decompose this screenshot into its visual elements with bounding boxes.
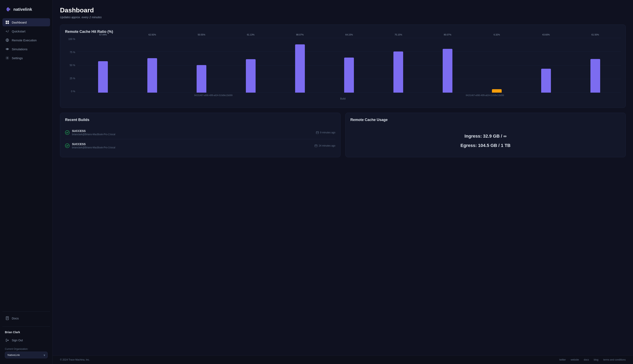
quickstart-icon: </> [5, 29, 9, 33]
sidebar-item-simulations[interactable]: Simulations [2, 45, 50, 53]
settings-icon [5, 56, 9, 60]
recent-builds-title: Recent Builds [65, 118, 336, 122]
bar-label-7: 75.15% [395, 34, 402, 36]
sidebar-item-dashboard-label: Dashboard [12, 21, 26, 24]
sidebar-divider [2, 312, 50, 312]
chart-title: Remote Cache Hit Ratio (%) [65, 30, 621, 34]
svg-point-0 [7, 9, 8, 10]
org-select[interactable]: NativeLink [5, 352, 48, 358]
bar-col-8: 80.07% [424, 38, 472, 92]
footer-link-terms[interactable]: terms and conditions [603, 358, 626, 361]
bar-label-4: 61.13% [247, 34, 254, 36]
build-left-2: SUCCESS brianclark@Brians-MacBook-Pro-3.… [65, 142, 115, 149]
y-label-100: 100 % [68, 38, 75, 40]
svg-rect-1 [6, 21, 7, 22]
build-time-1: 9 minutes ago [316, 131, 335, 134]
bar-col-10: 43.60% [522, 38, 570, 92]
sidebar-item-quickstart-label: Quickstart [12, 30, 26, 33]
build-time-text-2: 24 minutes ago [319, 144, 335, 147]
bar-11 [590, 59, 600, 92]
remote-execution-icon [5, 38, 9, 42]
cache-usage-card: Remote Cache Usage Ingress: 32.9 GB / ∞ … [346, 113, 626, 157]
sidebar-divider-2 [2, 326, 50, 326]
y-label-50: 50 % [70, 64, 75, 66]
chart-x-labels: 84151467-e890-40f9-a624-510d9e12b099 841… [65, 94, 621, 96]
svg-rect-12 [6, 316, 8, 320]
dashboard-icon [5, 20, 9, 24]
footer-link-website[interactable]: website [571, 358, 579, 361]
sign-out-label: Sign Out [12, 339, 23, 342]
bar-label-5: 88.07% [296, 34, 304, 36]
calendar-icon-2 [314, 144, 318, 147]
footer-link-blog[interactable]: blog [594, 358, 598, 361]
y-label-75: 75 % [70, 51, 75, 54]
bar-8 [443, 49, 452, 92]
sidebar-item-quickstart[interactable]: </> Quickstart [2, 27, 50, 35]
bar-label-10: 43.60% [542, 34, 550, 36]
bar-label-9: 6.32% [494, 34, 500, 36]
sidebar-nav: Dashboard </> Quickstart [0, 18, 52, 309]
bars-container: 57.44% 62.92% [78, 38, 621, 92]
build-left-1: SUCCESS brianclark@Brians-MacBook-Pro-2.… [65, 129, 115, 136]
bar-label-1: 57.44% [99, 34, 107, 36]
bar-label-11: 61.50% [592, 34, 599, 36]
sidebar-item-remote-execution-label: Remote Execution [12, 38, 37, 42]
bottom-cards-row: Recent Builds SUCCESS brianclark@B [60, 113, 626, 162]
bar-col-4: 61.13% [227, 38, 274, 92]
logo: nativelink [0, 4, 52, 18]
build-time-2: 24 minutes ago [314, 144, 335, 147]
svg-rect-18 [316, 132, 319, 134]
bar-label-8: 80.07% [444, 34, 451, 36]
bar-2 [147, 58, 157, 92]
bar-col-6: 64.15% [325, 38, 373, 92]
cache-ingress: Ingress: 32.9 GB / ∞ [464, 134, 506, 139]
bar-3 [196, 65, 206, 92]
svg-rect-23 [315, 145, 317, 147]
page-title: Dashboard [60, 6, 626, 14]
footer: © 2024 Trace Machina, Inc. twitter websi… [53, 355, 633, 364]
footer-links: twitter website docs blog terms and cond… [560, 358, 626, 361]
bar-col-11: 61.50% [572, 38, 619, 92]
chart-x-title: Build [65, 97, 621, 100]
svg-point-10 [7, 49, 8, 50]
sidebar-item-simulations-label: Simulations [12, 48, 28, 51]
bar-col-1: 57.44% [79, 38, 127, 92]
page-subtitle: Updates approx. every 2 minutes [60, 16, 626, 19]
build-status-2: SUCCESS [72, 142, 115, 146]
svg-rect-4 [8, 22, 9, 24]
bar-col-2: 62.92% [128, 38, 176, 92]
sign-out-button[interactable]: Sign Out [0, 336, 52, 344]
org-select-wrapper[interactable]: NativeLink [2, 352, 50, 358]
sidebar-item-dashboard[interactable]: Dashboard [2, 18, 50, 26]
bar-col-7: 75.15% [374, 38, 422, 92]
sidebar-item-settings-label: Settings [12, 56, 23, 60]
build-success-icon-2 [65, 144, 70, 148]
sidebar-item-remote-execution[interactable]: Remote Execution [2, 36, 50, 44]
y-label-0: 0 % [71, 90, 75, 92]
chart-y-axis: 100 % 75 % 50 % 25 % 0 % [65, 38, 75, 92]
build-item-1: SUCCESS brianclark@Brians-MacBook-Pro-2.… [65, 126, 336, 139]
svg-point-22 [65, 144, 69, 148]
build-info-2: SUCCESS brianclark@Brians-MacBook-Pro-3.… [72, 142, 115, 149]
bar-9 [492, 89, 502, 92]
bar-4 [246, 59, 256, 92]
footer-link-docs[interactable]: docs [584, 358, 589, 361]
bar-col-5: 88.07% [276, 38, 324, 92]
build-status-1: SUCCESS [72, 129, 115, 132]
footer-link-twitter[interactable]: twitter [560, 358, 566, 361]
bar-5 [295, 44, 305, 92]
svg-point-17 [65, 130, 69, 134]
org-section: Current Organization: NativeLink [0, 344, 52, 360]
cache-egress: Egress: 104.5 GB / 1 TB [460, 143, 510, 148]
svg-rect-3 [6, 22, 7, 24]
build-success-icon-1 [65, 130, 70, 135]
bar-col-3: 50.55% [178, 38, 226, 92]
build-time-text-1: 9 minutes ago [320, 131, 335, 134]
sidebar-item-settings[interactable]: Settings [2, 54, 50, 62]
chart-bars-area: 57.44% 62.92% [78, 38, 621, 92]
build-info-1: SUCCESS brianclark@Brians-MacBook-Pro-2.… [72, 129, 115, 136]
bar-10 [541, 69, 551, 92]
svg-rect-2 [8, 21, 9, 22]
sidebar-item-docs[interactable]: Docs [2, 314, 50, 322]
sidebar: nativelink Dashboard < [0, 0, 53, 364]
